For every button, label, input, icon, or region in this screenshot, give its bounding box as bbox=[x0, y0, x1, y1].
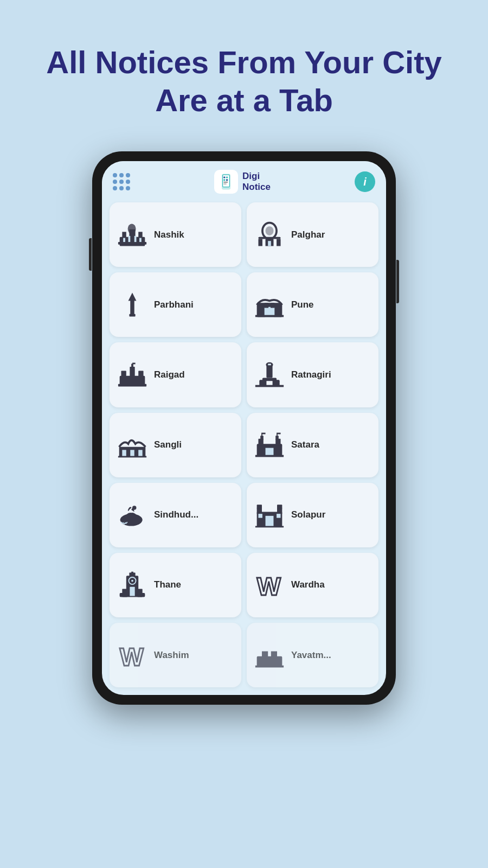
svg-rect-24 bbox=[268, 241, 271, 246]
city-name-parbhani: Parbhani bbox=[154, 299, 194, 310]
svg-rect-71 bbox=[258, 514, 262, 518]
svg-rect-14 bbox=[123, 238, 125, 241]
svg-rect-16 bbox=[134, 236, 137, 242]
phone-wrapper: Digi Notice i Nashik bbox=[0, 151, 488, 705]
city-name-ratnagiri: Ratnagiri bbox=[291, 369, 331, 380]
svg-rect-80 bbox=[137, 589, 142, 597]
svg-rect-2 bbox=[223, 177, 225, 178]
city-card-yavatm[interactable]: Yavatm... bbox=[247, 623, 378, 687]
svg-point-19 bbox=[266, 226, 274, 235]
city-icon-ratnagiri bbox=[253, 361, 286, 389]
city-name-raigad: Raigad bbox=[154, 369, 185, 380]
info-icon: i bbox=[363, 176, 367, 188]
svg-rect-45 bbox=[255, 385, 284, 387]
svg-rect-84 bbox=[257, 656, 282, 666]
svg-rect-75 bbox=[131, 572, 133, 574]
city-name-yavatm: Yavatm... bbox=[291, 650, 331, 661]
svg-rect-29 bbox=[265, 303, 268, 308]
dot bbox=[126, 173, 130, 177]
svg-rect-69 bbox=[266, 516, 274, 527]
svg-point-77 bbox=[131, 580, 133, 582]
svg-rect-33 bbox=[121, 371, 126, 378]
city-card-sangli[interactable]: Sangli bbox=[110, 413, 241, 477]
city-card-washim[interactable]: W Washim bbox=[110, 623, 241, 687]
headline: All Notices From Your City Are at a Tab bbox=[0, 0, 488, 141]
city-grid: Nashik Palghar Parbhani bbox=[102, 199, 386, 695]
svg-rect-41 bbox=[268, 363, 271, 365]
phone-screen: Digi Notice i Nashik bbox=[102, 161, 386, 695]
city-card-raigad[interactable]: Raigad bbox=[110, 342, 241, 407]
svg-rect-48 bbox=[130, 450, 134, 457]
svg-rect-26 bbox=[129, 314, 135, 317]
dot bbox=[113, 180, 117, 184]
svg-rect-67 bbox=[257, 505, 262, 509]
app-name: Digi Notice bbox=[242, 171, 271, 193]
phone-topbar: Digi Notice i bbox=[102, 161, 386, 199]
city-name-satara: Satara bbox=[291, 439, 319, 450]
city-card-sindhud[interactable]: Sindhud... bbox=[110, 483, 241, 547]
svg-marker-25 bbox=[129, 292, 137, 316]
svg-rect-87 bbox=[255, 665, 284, 667]
city-icon-parbhani bbox=[116, 291, 149, 319]
grid-menu-icon[interactable] bbox=[113, 173, 130, 190]
svg-point-12 bbox=[128, 224, 136, 234]
svg-rect-22 bbox=[277, 239, 280, 246]
city-icon-yavatm bbox=[253, 641, 286, 669]
svg-point-63 bbox=[132, 506, 136, 510]
dot bbox=[113, 186, 117, 190]
city-name-sindhud: Sindhud... bbox=[154, 509, 198, 520]
svg-rect-6 bbox=[223, 182, 228, 183]
city-card-wardha[interactable]: W Wardha bbox=[247, 553, 378, 617]
svg-rect-61 bbox=[255, 455, 284, 457]
svg-rect-70 bbox=[255, 526, 284, 528]
city-card-nashik[interactable]: Nashik bbox=[110, 202, 241, 267]
svg-rect-21 bbox=[258, 239, 262, 246]
svg-rect-72 bbox=[277, 514, 280, 518]
svg-rect-30 bbox=[271, 303, 274, 308]
city-name-sangli: Sangli bbox=[154, 439, 182, 450]
city-card-parbhani[interactable]: Parbhani bbox=[110, 272, 241, 337]
svg-rect-50 bbox=[118, 456, 146, 458]
city-name-thane: Thane bbox=[154, 579, 181, 590]
svg-text:W: W bbox=[120, 642, 144, 668]
svg-rect-52 bbox=[258, 439, 263, 446]
dot bbox=[113, 173, 117, 177]
city-card-palghar[interactable]: Palghar bbox=[247, 202, 378, 267]
city-name-wardha: Wardha bbox=[291, 579, 325, 590]
svg-rect-85 bbox=[262, 651, 268, 658]
info-button[interactable]: i bbox=[355, 171, 375, 192]
city-icon-palghar bbox=[253, 221, 286, 249]
city-icon-wardha: W bbox=[253, 571, 286, 599]
svg-rect-79 bbox=[122, 589, 127, 597]
city-icon-raigad bbox=[116, 361, 149, 389]
city-card-pune[interactable]: Pune bbox=[247, 272, 378, 337]
dot bbox=[126, 186, 130, 190]
svg-rect-5 bbox=[226, 179, 228, 181]
svg-rect-4 bbox=[223, 179, 225, 181]
city-name-washim: Washim bbox=[154, 650, 189, 661]
app-logo-icon bbox=[214, 170, 238, 194]
svg-rect-60 bbox=[266, 448, 274, 456]
svg-text:W: W bbox=[257, 572, 281, 598]
city-name-solapur: Solapur bbox=[291, 509, 325, 520]
svg-rect-81 bbox=[130, 587, 134, 596]
svg-rect-15 bbox=[129, 236, 131, 242]
city-card-satara[interactable]: Satara bbox=[247, 413, 378, 477]
city-card-ratnagiri[interactable]: Ratnagiri bbox=[247, 342, 378, 407]
city-icon-thane bbox=[116, 571, 149, 599]
logo-area: Digi Notice bbox=[214, 170, 271, 194]
svg-rect-59 bbox=[277, 433, 280, 435]
city-icon-sangli bbox=[116, 431, 149, 459]
city-card-thane[interactable]: Thane bbox=[110, 553, 241, 617]
city-name-nashik: Nashik bbox=[154, 229, 184, 240]
city-icon-washim: W bbox=[116, 641, 149, 669]
svg-rect-49 bbox=[138, 450, 142, 457]
svg-rect-38 bbox=[118, 384, 146, 387]
city-card-solapur[interactable]: Solapur bbox=[247, 483, 378, 547]
dot bbox=[126, 180, 130, 184]
svg-rect-53 bbox=[275, 439, 280, 446]
svg-rect-54 bbox=[260, 436, 264, 439]
svg-rect-58 bbox=[261, 433, 265, 435]
svg-rect-17 bbox=[139, 238, 142, 241]
city-icon-nashik bbox=[116, 221, 149, 249]
